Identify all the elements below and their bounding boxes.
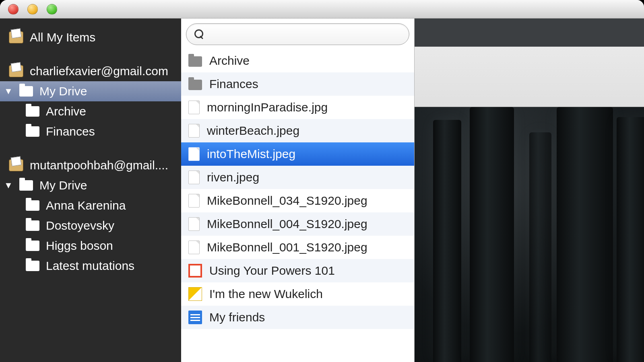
file-row-label: MikeBonnell_001_S1920.jpeg xyxy=(207,241,367,254)
file-row-label: winterBeach.jpeg xyxy=(207,124,299,138)
sidebar-folder-label: Latest mutations xyxy=(46,259,172,273)
file-row-label: I'm the new Wukelich xyxy=(209,287,323,301)
sidebar-account-0-drive-label: My Drive xyxy=(39,84,172,98)
sidebar-folder-label: Archive xyxy=(46,105,172,118)
sidebar-account-1-drive-label: My Drive xyxy=(39,179,172,192)
file-icon xyxy=(188,217,200,231)
sidebar-folder-label: Anna Karenina xyxy=(46,199,172,212)
search-field[interactable] xyxy=(186,23,409,45)
sidebar-account-1[interactable]: mutantpoohbah@gmail.... xyxy=(0,155,181,175)
folder-icon xyxy=(19,86,33,97)
file-row-label: Archive xyxy=(209,54,250,68)
file-list: ArchiveFinancesmorningInParadise.jpgwint… xyxy=(181,49,414,362)
slides-icon xyxy=(188,264,202,278)
file-row-label: morningInParadise.jpg xyxy=(207,101,328,114)
disclosure-triangle-icon[interactable]: ▼ xyxy=(4,86,13,97)
sidebar-folder-label: Higgs boson xyxy=(46,239,172,253)
file-row[interactable]: riven.jpeg xyxy=(181,166,414,189)
file-row[interactable]: MikeBonnell_034_S1920.jpeg xyxy=(181,189,414,212)
sidebar-folder-label: Finances xyxy=(46,125,172,138)
sidebar-account-0-folder-0[interactable]: Archive xyxy=(0,101,181,121)
file-row[interactable]: MikeBonnell_001_S1920.jpeg xyxy=(181,236,414,259)
folder-icon xyxy=(188,56,202,67)
sidebar-account-1-email: mutantpoohbah@gmail.... xyxy=(30,158,172,172)
folder-icon xyxy=(188,80,202,90)
sidebar-account-1-folder-0[interactable]: Anna Karenina xyxy=(0,195,181,216)
file-row[interactable]: MikeBonnell_004_S1920.jpeg xyxy=(181,212,414,236)
box-icon xyxy=(9,159,23,171)
file-list-pane: ArchiveFinancesmorningInParadise.jpgwint… xyxy=(181,19,415,362)
app-window: All My Items charliefxavier@gmail.com ▼ … xyxy=(0,0,644,362)
file-row[interactable]: Finances xyxy=(181,72,414,96)
sidebar-account-0-email: charliefxavier@gmail.com xyxy=(30,64,172,78)
drawing-icon xyxy=(188,287,202,301)
box-icon xyxy=(9,65,23,77)
folder-icon xyxy=(26,241,39,251)
file-row-label: Using Your Powers 101 xyxy=(209,264,335,278)
sidebar-folder-label: Dostoyevsky xyxy=(46,219,172,232)
folder-icon xyxy=(26,220,39,231)
file-row-label: My friends xyxy=(209,311,265,324)
file-row-label: MikeBonnell_034_S1920.jpeg xyxy=(207,194,367,208)
file-row[interactable]: morningInParadise.jpg xyxy=(181,96,414,119)
preview-pane xyxy=(415,19,644,362)
preview-toolbar xyxy=(415,19,644,107)
sidebar-account-1-drive[interactable]: ▼ My Drive xyxy=(0,175,181,195)
gdoc-icon xyxy=(188,311,202,324)
window-titlebar xyxy=(0,0,644,19)
sidebar-account-0[interactable]: charliefxavier@gmail.com xyxy=(0,61,181,81)
window-minimize-button[interactable] xyxy=(27,4,38,14)
file-icon xyxy=(188,241,200,254)
file-icon xyxy=(188,101,200,114)
file-icon xyxy=(188,124,200,138)
sidebar-account-0-drive[interactable]: ▼ My Drive xyxy=(0,81,181,101)
search-input[interactable] xyxy=(209,28,401,41)
file-row-label: MikeBonnell_004_S1920.jpeg xyxy=(207,217,367,231)
file-row[interactable]: I'm the new Wukelich xyxy=(181,282,414,306)
file-row-label: intoTheMist.jpeg xyxy=(207,147,295,161)
window-zoom-button[interactable] xyxy=(47,4,57,14)
file-icon xyxy=(188,194,200,208)
file-icon xyxy=(188,147,200,161)
file-icon xyxy=(188,171,200,184)
sidebar-account-1-folder-1[interactable]: Dostoyevsky xyxy=(0,216,181,236)
folder-icon xyxy=(26,261,39,271)
preview-image xyxy=(415,107,644,362)
sidebar-all-items[interactable]: All My Items xyxy=(0,27,181,47)
file-row-label: riven.jpeg xyxy=(207,171,259,184)
file-row[interactable]: My friends xyxy=(181,306,414,329)
box-icon xyxy=(9,31,23,43)
search-icon xyxy=(194,29,204,39)
sidebar-account-0-folder-1[interactable]: Finances xyxy=(0,121,181,142)
preview-toolbar-strip xyxy=(415,19,644,47)
sidebar-all-items-label: All My Items xyxy=(30,31,172,44)
file-row[interactable]: winterBeach.jpeg xyxy=(181,119,414,142)
folder-icon xyxy=(26,200,39,211)
folder-icon xyxy=(19,180,33,191)
file-row[interactable]: Using Your Powers 101 xyxy=(181,259,414,282)
window-body: All My Items charliefxavier@gmail.com ▼ … xyxy=(0,19,644,362)
sidebar-account-1-folder-2[interactable]: Higgs boson xyxy=(0,236,181,256)
disclosure-triangle-icon[interactable]: ▼ xyxy=(4,180,13,191)
folder-icon xyxy=(26,106,39,117)
window-close-button[interactable] xyxy=(8,4,19,14)
search-bar-container xyxy=(181,19,414,49)
file-row-label: Finances xyxy=(209,77,258,91)
folder-icon xyxy=(26,126,39,137)
file-row[interactable]: intoTheMist.jpeg xyxy=(181,142,414,166)
file-row[interactable]: Archive xyxy=(181,49,414,72)
sidebar-account-1-folder-3[interactable]: Latest mutations xyxy=(0,256,181,276)
sidebar: All My Items charliefxavier@gmail.com ▼ … xyxy=(0,19,181,362)
